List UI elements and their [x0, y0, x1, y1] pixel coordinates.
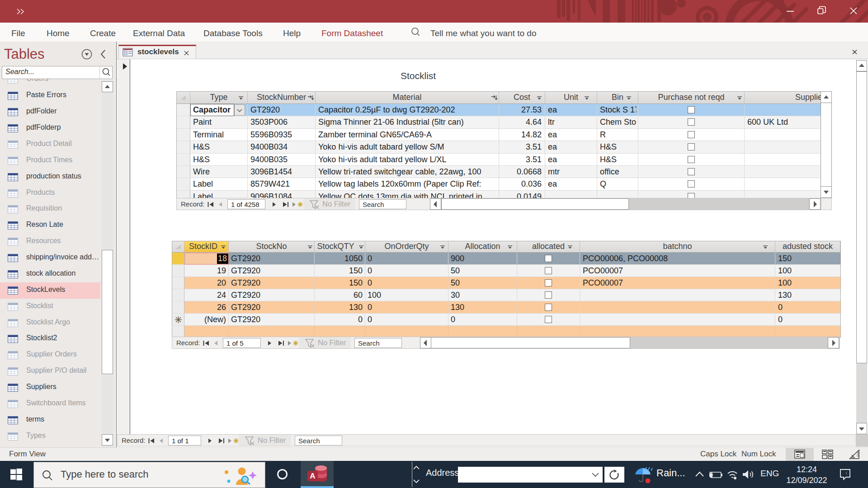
svg-text:A: A	[310, 472, 315, 480]
